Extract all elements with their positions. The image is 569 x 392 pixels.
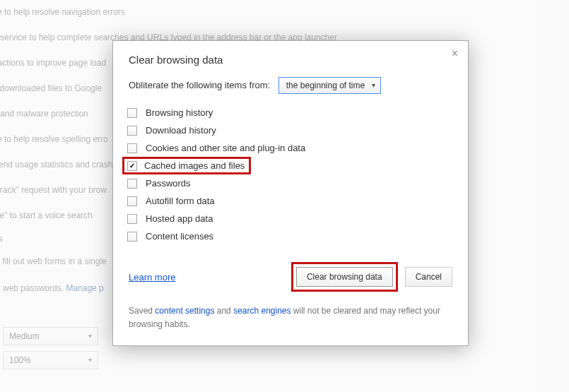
clear-button-highlight: Clear browsing data — [291, 262, 398, 292]
checkbox-label: Cookies and other site and plug-in data — [146, 143, 305, 153]
checkbox-row[interactable]: Autofill form data — [127, 192, 452, 210]
checkbox[interactable] — [127, 232, 137, 242]
checkbox-label: Browsing history — [146, 107, 213, 118]
checkbox-row[interactable]: Cookies and other site and plug-in data — [127, 139, 452, 157]
checkbox-label: Passwords — [146, 178, 191, 189]
cancel-button[interactable]: Cancel — [405, 267, 452, 287]
highlighted-option: Cached images and files — [122, 157, 251, 174]
learn-more-link[interactable]: Learn more — [129, 272, 175, 283]
checkbox-row[interactable]: Hosted app data — [127, 210, 452, 227]
checkbox-list: Browsing historyDownload historyCookies … — [127, 104, 452, 245]
checkbox-row[interactable]: Cached images and files — [127, 157, 452, 174]
checkbox-row[interactable]: Download history — [127, 121, 452, 139]
checkbox-row[interactable]: Passwords — [127, 174, 452, 192]
time-range-select[interactable]: the beginning of time — [278, 77, 381, 94]
footer-note: Saved content settings and search engine… — [129, 304, 452, 331]
checkbox[interactable] — [127, 108, 137, 118]
search-engines-link[interactable]: search engines — [233, 306, 291, 316]
dialog-buttons: Learn more Clear browsing data Cancel — [129, 262, 452, 292]
checkbox[interactable] — [127, 161, 137, 171]
footer-text: Saved — [129, 306, 155, 316]
clear-browsing-data-button[interactable]: Clear browsing data — [296, 267, 393, 287]
checkbox[interactable] — [127, 179, 137, 189]
checkbox[interactable] — [127, 143, 137, 153]
checkbox-label: Content licenses — [146, 231, 213, 242]
checkbox-row[interactable]: Browsing history — [127, 104, 452, 121]
dialog-title: Clear browsing data — [129, 54, 452, 66]
close-icon[interactable]: × — [452, 48, 458, 59]
checkbox[interactable] — [127, 214, 137, 224]
checkbox[interactable] — [127, 126, 137, 136]
obliterate-label: Obliterate the following items from: — [129, 80, 270, 90]
checkbox-label: Cached images and files — [144, 160, 245, 171]
footer-text: and — [214, 306, 233, 316]
content-settings-link[interactable]: content settings — [155, 306, 214, 316]
obliterate-row: Obliterate the following items from: the… — [129, 77, 452, 94]
checkbox-label: Autofill form data — [146, 196, 215, 206]
checkbox[interactable] — [127, 196, 137, 206]
checkbox-label: Download history — [146, 125, 216, 136]
clear-browsing-data-dialog: × Clear browsing data Obliterate the fol… — [112, 40, 469, 346]
checkbox-label: Hosted app data — [146, 213, 213, 224]
checkbox-row[interactable]: Content licenses — [127, 227, 452, 245]
